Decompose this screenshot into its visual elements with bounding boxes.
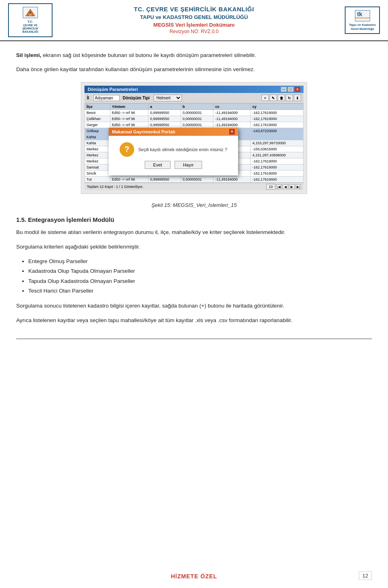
- para1-rest: ekranın sağ üst köşesinde bulunan sil bu…: [41, 52, 256, 58]
- close-button[interactable]: ×: [295, 87, 300, 92]
- table-cell: -155,03615000: [251, 146, 304, 152]
- th-ilce: İlçe: [85, 103, 110, 110]
- tkgm-logo: tk Tapu ve Kadastro Genel Müdürlüğü: [345, 6, 380, 34]
- delete-btn[interactable]: 🗑: [278, 95, 285, 101]
- list-item: Tescil Harici Olan Parseller: [28, 286, 372, 296]
- footer-record-count: Toplam 12 Kayıt : 1 / 1 Gösteriliyor.: [87, 185, 143, 189]
- table-cell: Merkez: [85, 158, 110, 164]
- list-item: Tapuda Olup Kadastroda Olmayan Parseller: [28, 276, 372, 286]
- main-title: TC. ÇEVRE VE ŞEHİRCİLİK BAKANLIĞI: [59, 6, 329, 13]
- ministry-logo-text4: BAKANLIĞI: [23, 30, 38, 34]
- table-cell: Kahta: [85, 140, 110, 146]
- donum-tipi-select[interactable]: Helmert: [154, 95, 182, 101]
- section-title: Entegrasyon İşlemleri Modülü: [28, 216, 114, 223]
- table-cell: -11,49194000: [213, 110, 251, 116]
- table-cell: Merkez: [85, 152, 110, 158]
- main-content: Sil işlemi, ekranın sağ üst köşesinde bu…: [0, 41, 388, 339]
- table-cell: -162,17619000: [251, 158, 304, 164]
- last-page-btn[interactable]: ▶|: [295, 184, 301, 189]
- paragraph-3: Bu modül ile sisteme atılan verilerin en…: [16, 228, 372, 237]
- modal-content-row: ? Seçili kaydı silmek istediğinize emin …: [120, 142, 227, 157]
- table-cell: Merkez: [85, 146, 110, 152]
- left-logo-container: T.C. ÇEVRE VE ŞEHİRCİLİK BAKANLIĞI: [8, 3, 53, 37]
- table-row[interactable]: BesniEd50 -> nrf 960,999995500,00000031-…: [85, 110, 304, 116]
- table-cell: Ed50 -> nrf 96: [110, 122, 148, 128]
- th-a: a: [148, 103, 181, 110]
- svg-text:tk: tk: [357, 11, 362, 17]
- modal-titlebar: Makansal Gayrimenkul Portalı ×: [109, 128, 238, 136]
- no-button[interactable]: Hayır: [175, 161, 202, 169]
- th-b: b: [181, 103, 213, 110]
- footer-classification: HİZMETE ÖZEL: [171, 573, 217, 580]
- table-cell: Ed50 -> nrf 96: [110, 176, 148, 182]
- tkgm-logo-text: Tapu ve Kadastro: [349, 23, 376, 27]
- table-cell: [251, 134, 304, 140]
- page-header: T.C. ÇEVRE VE ŞEHİRCİLİK BAKANLIĞI TC. Ç…: [0, 0, 388, 41]
- window-body: İl Dönüşüm Tipi Helmert + ✎ 🗑 ↻ ⬇: [84, 93, 304, 190]
- paragraph-2: Daha önce girilen kayıtlar tarafından ku…: [16, 65, 372, 74]
- modal-close-button[interactable]: ×: [229, 129, 235, 135]
- modal-body: ? Seçili kaydı silmek istediğinize emin …: [109, 136, 238, 175]
- table-cell: 0,99999550: [148, 122, 181, 128]
- page-size-input[interactable]: [266, 184, 275, 190]
- table-cell: 4,153,297,99733000: [251, 140, 304, 146]
- export-btn[interactable]: ⬇: [294, 95, 301, 101]
- header-center: TC. ÇEVRE VE ŞEHİRCİLİK BAKANLIĞI TAPU v…: [59, 6, 329, 34]
- minimize-button[interactable]: ─: [281, 87, 287, 92]
- pagination: |◀ ◀ ▶ ▶|: [266, 184, 301, 190]
- doc-title: MEGSİS Veri İşlemleri Dokümanı: [59, 22, 329, 28]
- table-cell: 0,00000031: [181, 122, 213, 128]
- table-cell: 0,00000031: [181, 116, 213, 122]
- il-input[interactable]: [93, 95, 120, 101]
- il-label: İl: [87, 96, 89, 100]
- list-item: Entegre Olmuş Parseller: [28, 257, 372, 266]
- window-titlebar: Dönüşüm Parametreleri ─ □ ×: [84, 86, 304, 93]
- table-cell: -162,17619000: [251, 116, 304, 122]
- table-cell: 0,00000031: [181, 176, 213, 182]
- paragraph-1: Sil işlemi, ekranın sağ üst köşesinde bu…: [16, 51, 372, 60]
- table-cell: 0,99999550: [148, 116, 181, 122]
- next-page-btn[interactable]: ▶: [289, 184, 295, 189]
- donum-tipi-label: Dönüşüm Tipi: [123, 96, 150, 100]
- table-cell: -162,17619000: [251, 164, 304, 170]
- list-item: Kadastroda Olup Tapuda Olmayan Parseller: [28, 266, 372, 276]
- table-head: İlçe Yöntem a b cx cy: [85, 103, 304, 110]
- bullet-list: Entegre Olmuş ParsellerKadastroda Olup T…: [28, 257, 372, 296]
- table-cell: Ed50 -> nrf 96: [110, 116, 148, 122]
- table-cell: 0,00000031: [181, 110, 213, 116]
- ministry-logo-text: T.C.: [27, 20, 33, 24]
- table-cell: -11,49194000: [213, 116, 251, 122]
- paragraph-5: Sorgulama sonucu listelenen kadastro bil…: [16, 301, 372, 310]
- table-cell: Samsat: [85, 164, 110, 170]
- modal-buttons: Evet Hayır: [145, 161, 202, 169]
- add-btn[interactable]: +: [261, 95, 269, 101]
- table-row[interactable]: TutEd50 -> nrf 960,999995500,00000031-11…: [85, 176, 304, 182]
- table-header-row: İlçe Yöntem a b cx cy: [85, 103, 304, 110]
- page-number: 12: [359, 571, 372, 580]
- modal-dialog: Makansal Gayrimenkul Portalı × ? Seçili …: [109, 128, 238, 175]
- ministry-logo: T.C. ÇEVRE VE ŞEHİRCİLİK BAKANLIĞI: [8, 3, 53, 37]
- sub-title: TAPU ve KADASTRO GENEL MÜDÜRLÜĞÜ: [59, 14, 329, 20]
- refresh-btn[interactable]: ↻: [286, 95, 293, 101]
- page-footer: HİZMETE ÖZEL: [0, 573, 388, 580]
- table-cell: Sincik: [85, 170, 110, 176]
- prev-page-btn[interactable]: ◀: [283, 184, 288, 189]
- screenshot-inner: Dönüşüm Parametreleri ─ □ × İl Dönüşüm T…: [81, 82, 307, 194]
- toolbar: + ✎ 🗑 ↻ ⬇: [261, 95, 301, 101]
- yes-button[interactable]: Evet: [145, 161, 171, 169]
- table-row[interactable]: ÇelikhanEd50 -> nrf 960,999995500,000000…: [85, 116, 304, 122]
- table-cell: Kahta: [85, 134, 110, 140]
- th-cx: cx: [213, 103, 251, 110]
- window-title: Dönüşüm Parametreleri: [88, 87, 138, 92]
- screenshot-caption: Şekil 15: MEGSIS_Veri_Islemleri_15: [16, 202, 372, 208]
- revision: Revizyon NO: RVZ.0.0: [59, 29, 329, 34]
- table-cell: -143,67220000: [251, 128, 304, 134]
- first-page-btn[interactable]: |◀: [276, 184, 282, 189]
- table-row[interactable]: GergerEd50 -> nrf 960,999995500,00000031…: [85, 122, 304, 128]
- maximize-button[interactable]: □: [288, 87, 293, 92]
- table-cell: -162,17619000: [251, 122, 304, 128]
- edit-btn[interactable]: ✎: [270, 95, 277, 101]
- ministry-logo-text2: ÇEVRE VE: [23, 24, 37, 27]
- table-cell: -162,17619000: [251, 176, 304, 182]
- screenshot-footer: Toplam 12 Kayıt : 1 / 1 Gösteriliyor. |◀…: [84, 183, 304, 190]
